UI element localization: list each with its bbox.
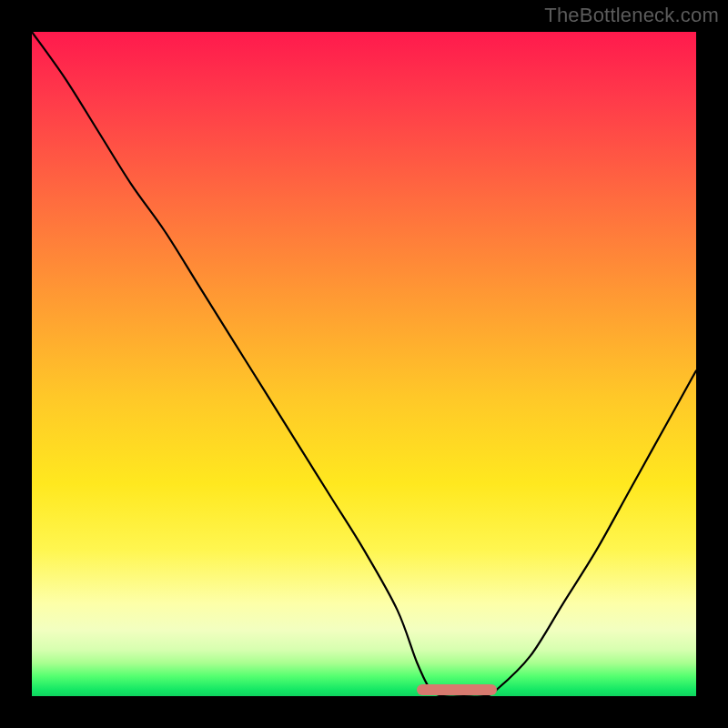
plot-area [32, 32, 696, 696]
chart-container: TheBottleneck.com [0, 0, 728, 728]
watermark-text: TheBottleneck.com [544, 4, 719, 27]
bottleneck-curve [32, 32, 696, 696]
optimal-range-marker [417, 684, 497, 695]
curve-svg [32, 32, 696, 696]
